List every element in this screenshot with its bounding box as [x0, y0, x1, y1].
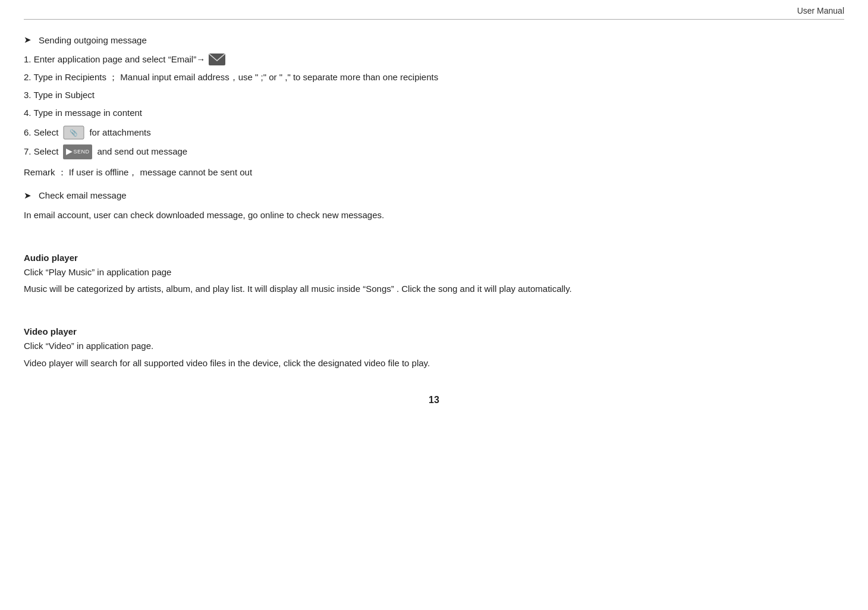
- step-3: 3. Type in Subject: [24, 88, 844, 102]
- section-title-check-email: Check email message: [39, 190, 127, 200]
- step-7-prefix: 7. Select: [24, 144, 58, 159]
- check-email-body: In email account, user can check downloa…: [24, 208, 844, 223]
- attachment-icon: 📎: [63, 125, 84, 140]
- remark: Remark ： If user is offline， message can…: [24, 165, 844, 180]
- step-7: 7. Select ▶ SEND and send out message: [24, 144, 844, 159]
- video-player-heading: Video player: [24, 326, 844, 337]
- step-2-text: 2. Type in Recipients ； Manual input ema…: [24, 72, 438, 82]
- svg-text:📎: 📎: [70, 128, 78, 137]
- step-4: 4. Type in message in content: [24, 106, 844, 120]
- send-label: SEND: [73, 147, 89, 156]
- page-number: 13: [24, 395, 844, 405]
- section-audio-player: Audio player Click “Play Music” in appli…: [24, 253, 844, 297]
- step-1: 1. Enter application page and select “Em…: [24, 52, 844, 67]
- send-arrow: ▶: [66, 146, 72, 158]
- spacer-2: [24, 315, 844, 326]
- section-heading-sending: ➤ Sending outgoing message: [24, 34, 844, 45]
- step-2: 2. Type in Recipients ； Manual input ema…: [24, 70, 844, 84]
- content-area: ➤ Sending outgoing message 1. Enter appl…: [24, 32, 844, 405]
- header-bar: User Manual: [24, 6, 844, 20]
- section-title-sending: Sending outgoing message: [39, 35, 147, 45]
- video-player-line2: Video player will search for all support…: [24, 356, 844, 371]
- video-player-line1: Click “Video” in application page.: [24, 339, 844, 354]
- audio-player-line2: Music will be categorized by artists, al…: [24, 282, 844, 297]
- step-6: 6. Select 📎 for attachments: [24, 125, 844, 140]
- step-7-suffix: and send out message: [97, 144, 187, 159]
- section-video-player: Video player Click “Video” in applicatio…: [24, 326, 844, 371]
- send-button-icon: ▶ SEND: [63, 144, 92, 159]
- page-container: User Manual ➤ Sending outgoing message 1…: [0, 0, 868, 429]
- email-icon: [209, 54, 225, 65]
- step-1-text: 1. Enter application page and select “Em…: [24, 52, 205, 67]
- bullet-arrow-2: ➤: [24, 190, 32, 201]
- section-check-email: ➤ Check email message In email account, …: [24, 190, 844, 223]
- section-heading-check-email: ➤ Check email message: [24, 190, 844, 201]
- spacer-1: [24, 241, 844, 253]
- audio-player-heading: Audio player: [24, 253, 844, 263]
- step-6-suffix: for attachments: [89, 125, 150, 140]
- audio-player-line1: Click “Play Music” in application page: [24, 265, 844, 280]
- step-6-prefix: 6. Select: [24, 125, 58, 140]
- remark-text: Remark ： If user is offline， message can…: [24, 167, 252, 177]
- step-4-text: 4. Type in message in content: [24, 108, 142, 118]
- bullet-arrow: ➤: [24, 34, 32, 45]
- section-sending: ➤ Sending outgoing message 1. Enter appl…: [24, 34, 844, 180]
- header-title: User Manual: [797, 6, 844, 15]
- step-3-text: 3. Type in Subject: [24, 90, 95, 100]
